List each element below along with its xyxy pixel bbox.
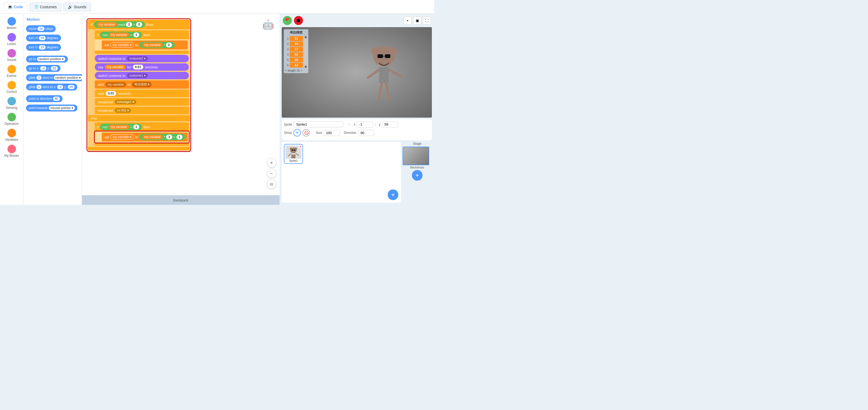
broadcast-block-1[interactable]: broadcast message1 ▾ xyxy=(95,98,189,106)
categories-panel: Motion Looks Sound Events Control Sensin… xyxy=(0,14,24,205)
sidebar-item-motion[interactable]: Motion xyxy=(1,16,22,31)
switch-costume-block[interactable]: switch costume to costume2 ▾ xyxy=(95,55,189,62)
nested-if-block[interactable]: if not my variable = 1 then xyxy=(95,30,189,54)
wait-block[interactable]: wait 0.01 seconds xyxy=(95,90,189,97)
sidebar-item-sound[interactable]: Sound xyxy=(1,48,22,63)
else-nested-condition[interactable]: not my variable = 1 xyxy=(100,124,142,130)
else-body: if not my variable = 1 then xyxy=(88,121,190,147)
stage-controls: 🚩 ⏹ ▪ ▣ ⛶ xyxy=(280,14,434,27)
tab-code[interactable]: 💻 Code xyxy=(3,2,27,11)
left-ear xyxy=(371,47,379,55)
right-arm xyxy=(389,70,401,76)
myblocks-dot xyxy=(7,145,16,153)
set-block-1[interactable]: set my variable ▾ to my variable / 2 xyxy=(102,40,188,49)
sidebar-item-myblocks[interactable]: My Blocks xyxy=(1,144,22,159)
sprite-direction-input[interactable] xyxy=(358,130,374,136)
bottom-panel: Sprite1 ✕ + Stage Backdrops + xyxy=(280,142,434,205)
block-turn-left[interactable]: turn ↺ 15 degrees xyxy=(26,34,80,42)
block-goto-xy[interactable]: go to x: -2 y: 20 xyxy=(26,64,80,73)
main-if-block[interactable]: if my variable mod 2 = 0 then xyxy=(87,19,190,151)
sidebar-item-operators[interactable]: Operators xyxy=(1,112,22,127)
stage-section-label: Stage xyxy=(403,142,432,145)
broadcast-block-2[interactable]: broadcast mi 001 ▾ xyxy=(95,107,189,114)
left-arm xyxy=(368,70,379,78)
block-move[interactable]: move 10 steps xyxy=(26,25,80,33)
add-to-list-block[interactable]: add my variable to 考拉猜想 ▾ xyxy=(95,80,189,89)
sprite-info-row-2: Show 👁 🚫 Size Direction xyxy=(284,129,430,136)
tab-costumes[interactable]: 👕 Costumes xyxy=(30,2,61,11)
code-icon: 💻 xyxy=(8,5,12,9)
else-nested-footer xyxy=(95,143,189,146)
workspace: if my variable mod 2 = 0 then xyxy=(82,14,280,205)
var-scroll-up[interactable]: ▲ xyxy=(304,36,307,38)
sprite-x-input[interactable] xyxy=(357,121,373,128)
sound-dot xyxy=(7,49,16,58)
zoom-in-button[interactable]: + xyxy=(267,158,276,168)
show-button[interactable]: 👁 xyxy=(293,129,301,136)
else-label: else xyxy=(88,115,190,121)
sidebar-item-sensing[interactable]: Sensing xyxy=(1,96,22,111)
layout-small-button[interactable]: ▪ xyxy=(404,16,412,25)
block-glide-random[interactable]: glide 1 secs to random position ▾ xyxy=(26,73,80,82)
right-lens xyxy=(385,54,390,58)
stop-button[interactable]: ⏹ xyxy=(294,16,303,25)
sidebar-item-variables[interactable]: Variables xyxy=(1,128,22,143)
sprite-delete-button[interactable]: ✕ xyxy=(298,144,303,149)
workspace-canvas: if my variable mod 2 = 0 then xyxy=(82,14,280,205)
layout-fullscreen-button[interactable]: ⛶ xyxy=(423,16,431,25)
svg-rect-5 xyxy=(291,155,293,158)
sidebar-item-looks[interactable]: Looks xyxy=(1,32,22,47)
add-sprite-button[interactable]: + xyxy=(388,190,398,200)
costumes-icon: 👕 xyxy=(34,5,39,9)
left-leg xyxy=(379,83,382,99)
zoom-reset-button[interactable]: ⊟ xyxy=(267,179,276,189)
sidebar-item-control[interactable]: Control xyxy=(1,80,22,95)
var-footer: + length 15 = xyxy=(285,69,307,72)
var-row-4: 4 52 xyxy=(285,52,303,57)
var-row-2: 2 34 xyxy=(285,41,303,46)
if-condition[interactable]: my variable mod 2 = 0 xyxy=(94,21,145,28)
sprite-character xyxy=(357,38,410,107)
zoom-out-button[interactable]: − xyxy=(267,169,276,178)
block-point-towards[interactable]: point towards mouse-pointer ▾ xyxy=(26,104,80,112)
switch-costume2-block[interactable]: switch costume to costume1 ▾ xyxy=(95,72,189,79)
looks-dot xyxy=(7,33,16,41)
stage-layout-buttons: ▪ ▣ ⛶ xyxy=(404,16,431,25)
set-block-2[interactable]: set my variable ▾ to my variable * 3 + 1 xyxy=(102,133,188,141)
sidebar-item-events[interactable]: Events xyxy=(1,64,22,79)
var-scroll-down[interactable]: ▼ xyxy=(304,65,307,68)
svg-rect-6 xyxy=(293,155,296,158)
green-flag-button[interactable]: 🚩 xyxy=(283,16,292,25)
sprite-y-input[interactable] xyxy=(382,121,398,128)
say-block[interactable]: say my variable for 0.01 seconds xyxy=(95,63,189,71)
zoom-controls: + − ⊟ xyxy=(267,158,276,189)
hide-button[interactable]: 🚫 xyxy=(303,129,310,136)
nested-if-footer xyxy=(95,50,189,54)
else-nested-if[interactable]: if not my variable = 1 then xyxy=(95,123,189,146)
top-bar: 💻 Code 👕 Costumes 🔊 Sounds xyxy=(0,0,434,14)
nested-if-condition[interactable]: not my variable = 1 xyxy=(100,32,142,38)
right-leg xyxy=(386,83,389,99)
block-goto-random[interactable]: go to random position ▾ xyxy=(26,55,80,63)
stage-backdrop-thumb[interactable] xyxy=(403,147,429,165)
multiply-op[interactable]: my variable * 3 + 1 xyxy=(140,134,185,140)
divide-op[interactable]: my variable / 2 xyxy=(140,42,175,48)
blocks-panel-title: Motion xyxy=(26,16,80,24)
block-turn-right[interactable]: turn ↻ 15 degrees xyxy=(26,43,80,52)
layout-normal-button[interactable]: ▣ xyxy=(413,16,421,25)
backpack-bar[interactable]: Backpack xyxy=(82,195,280,205)
svg-line-8 xyxy=(296,153,299,156)
sprite-thumb-container: Sprite1 ✕ xyxy=(284,144,303,164)
sprite-name-input[interactable] xyxy=(294,121,343,128)
var-scrollbar[interactable]: ▲ ▼ xyxy=(304,36,307,68)
tab-sounds[interactable]: 🔊 Sounds xyxy=(63,2,91,11)
right-ear xyxy=(389,47,397,55)
sprite-list: Sprite1 ✕ + xyxy=(282,142,401,203)
main-layout: Motion Looks Sound Events Control Sensin… xyxy=(0,14,434,205)
body xyxy=(379,67,389,83)
block-point-direction[interactable]: point in direction 90 xyxy=(26,95,80,103)
block-glide-xy[interactable]: glide 1 secs to x: -2 y: 20 xyxy=(26,83,80,91)
sprite-size-input[interactable] xyxy=(323,130,339,136)
add-backdrop-button[interactable]: + xyxy=(412,170,423,181)
var-rows: 1 11 2 34 3 17 4 52 xyxy=(285,36,303,68)
